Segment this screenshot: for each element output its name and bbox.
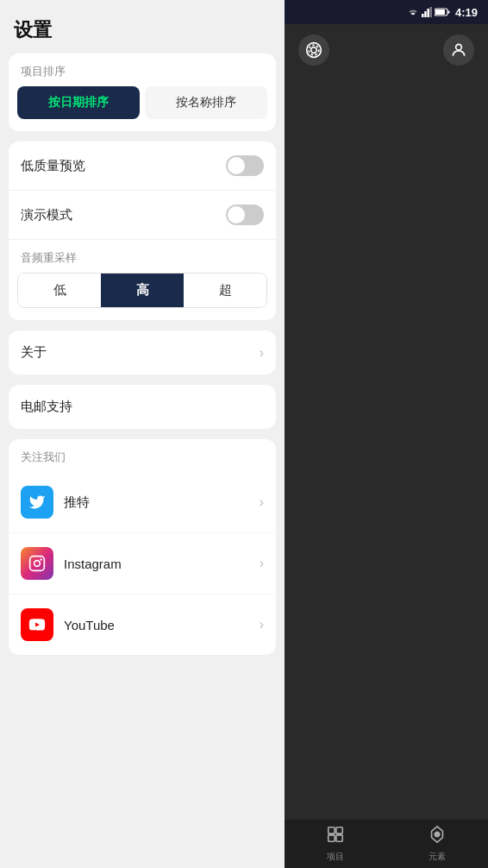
svg-point-2 [40, 558, 42, 561]
email-support-label: 电邮支持 [21, 399, 72, 415]
bottom-nav: 项目 元素 [285, 820, 488, 868]
about-left: 关于 [21, 344, 47, 361]
sort-by-date-button[interactable]: 按日期排序 [17, 86, 140, 119]
sort-buttons-group: 按日期排序 按名称排序 [9, 86, 276, 131]
svg-rect-17 [328, 835, 335, 841]
svg-rect-16 [336, 827, 342, 833]
svg-point-1 [34, 561, 41, 567]
about-section: 关于 › [9, 330, 276, 374]
profile-icon[interactable] [443, 35, 474, 66]
svg-rect-10 [447, 11, 449, 14]
instagram-chevron: › [260, 556, 264, 571]
sort-section-label: 项目排序 [9, 53, 276, 86]
youtube-chevron: › [260, 617, 264, 632]
elements-icon [428, 825, 447, 848]
youtube-left: YouTube [21, 608, 115, 641]
svg-point-14 [456, 44, 462, 50]
email-left: 电邮支持 [21, 399, 72, 415]
about-item[interactable]: 关于 › [9, 330, 276, 374]
page-title: 设置 [0, 0, 285, 53]
instagram-label: Instagram [64, 557, 122, 571]
svg-point-12 [311, 47, 317, 53]
settings-panel: 设置 项目排序 按日期排序 按名称排序 低质量预览 演示模式 音频重采样 低 高… [0, 0, 285, 868]
twitter-chevron: › [260, 494, 264, 510]
low-quality-label: 低质量预览 [21, 158, 85, 174]
demo-mode-toggle[interactable] [226, 204, 264, 225]
svg-rect-6 [427, 9, 429, 17]
right-panel: 4:19 [285, 0, 488, 868]
email-support-item[interactable]: 电邮支持 [9, 385, 276, 429]
twitter-label: 推特 [64, 494, 90, 511]
follow-us-section: 关注我们 推特 › [9, 439, 276, 655]
demo-mode-row: 演示模式 [9, 191, 276, 240]
audio-resample-label: 音频重采样 [9, 240, 276, 273]
youtube-icon [21, 608, 53, 641]
twitter-icon [21, 486, 53, 519]
youtube-label: YouTube [64, 618, 115, 632]
about-label: 关于 [21, 344, 47, 361]
low-quality-row: 低质量预览 [9, 142, 276, 191]
low-quality-toggle[interactable] [226, 155, 264, 176]
about-chevron: › [260, 345, 264, 361]
svg-rect-18 [336, 835, 342, 841]
svg-rect-5 [424, 11, 427, 17]
audio-buttons-group: 低 高 超 [17, 273, 267, 308]
toggle-section: 低质量预览 演示模式 音频重采样 低 高 超 [9, 142, 276, 320]
projects-icon [326, 825, 345, 848]
svg-point-20 [435, 832, 440, 837]
elements-label: 元素 [429, 851, 446, 863]
sort-by-name-button[interactable]: 按名称排序 [145, 86, 267, 119]
twitter-left: 推特 [21, 486, 90, 519]
svg-rect-7 [429, 7, 432, 17]
sort-section: 项目排序 按日期排序 按名称排序 [9, 53, 276, 131]
audio-section: 低 高 超 [9, 273, 276, 320]
sound-icon[interactable] [298, 35, 329, 66]
projects-label: 项目 [327, 851, 344, 863]
audio-low-button[interactable]: 低 [18, 274, 101, 307]
instagram-item[interactable]: Instagram › [9, 533, 276, 594]
svg-rect-0 [30, 557, 45, 571]
email-support-section: 电邮支持 [9, 385, 276, 429]
demo-mode-label: 演示模式 [21, 207, 72, 223]
audio-high-button[interactable]: 高 [101, 274, 184, 307]
instagram-icon [21, 547, 53, 580]
twitter-item[interactable]: 推特 › [9, 472, 276, 533]
youtube-item[interactable]: YouTube › [9, 594, 276, 655]
follow-us-label: 关注我们 [9, 439, 276, 472]
svg-rect-4 [422, 14, 424, 17]
nav-item-projects[interactable]: 项目 [326, 825, 345, 863]
instagram-left: Instagram [21, 547, 122, 580]
right-icons-row [285, 24, 488, 76]
status-time: 4:19 [455, 6, 478, 19]
audio-ultra-button[interactable]: 超 [184, 274, 266, 307]
nav-item-elements[interactable]: 元素 [428, 825, 447, 863]
status-bar: 4:19 [285, 0, 488, 24]
svg-rect-15 [328, 827, 335, 833]
svg-rect-9 [435, 9, 445, 15]
